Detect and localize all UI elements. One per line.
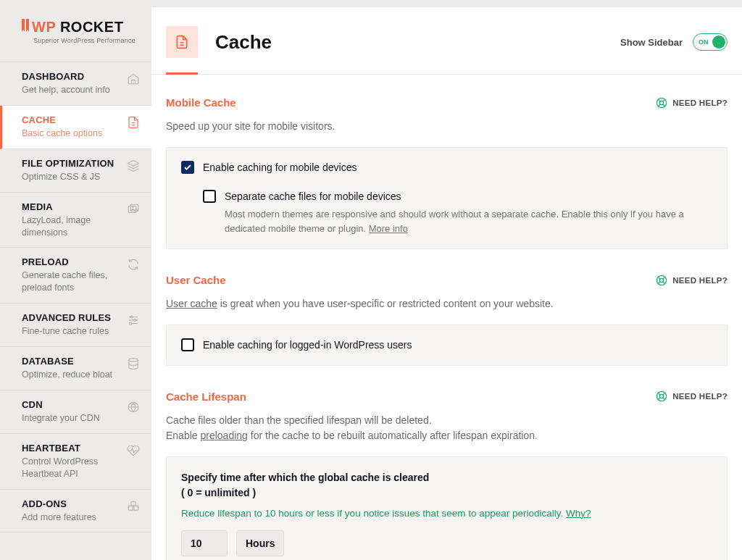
brand-prefix: WP — [32, 19, 56, 35]
nav-subtitle: Get help, account info — [22, 84, 121, 96]
svg-line-29 — [663, 277, 665, 279]
show-sidebar-label: Show Sidebar — [620, 37, 683, 48]
need-help-label: NEED HELP? — [672, 99, 728, 107]
svg-line-22 — [663, 104, 665, 106]
need-help-label: NEED HELP? — [672, 392, 728, 401]
svg-point-10 — [134, 319, 136, 322]
main: Cache Show Sidebar ON Mobile Cache NEED … — [151, 7, 742, 560]
svg-point-9 — [130, 316, 133, 318]
section-title-lifespan: Cache Lifespan — [166, 390, 246, 403]
svg-line-23 — [663, 99, 665, 101]
nav-subtitle: Optimize CSS & JS — [22, 171, 121, 183]
brand-tagline: Superior WordPress Performance — [33, 37, 137, 44]
why-link[interactable]: Why? — [566, 508, 591, 519]
sidebar-nav: DASHBOARDGet help, account infoCACHEBasi… — [0, 62, 151, 532]
nav-subtitle: Optimize, reduce bloat — [22, 369, 121, 381]
nav-title: DASHBOARD — [22, 71, 121, 82]
nav-title: CDN — [22, 399, 121, 410]
brand-name: ROCKET — [60, 19, 123, 35]
page-header: Cache Show Sidebar ON — [151, 7, 742, 75]
svg-line-35 — [663, 393, 665, 395]
nav-subtitle: Add more features — [22, 511, 121, 524]
checkbox-logged-in-cache[interactable] — [181, 338, 194, 351]
nav-title: FILE OPTIMIZATION — [22, 158, 121, 169]
images-icon — [127, 203, 140, 216]
refresh-icon — [127, 258, 140, 271]
brand-logo: WP ROCKET Superior WordPress Performance — [0, 13, 151, 62]
svg-point-5 — [132, 206, 133, 207]
sidebar-item-database[interactable]: DATABASEOptimize, reduce bloat — [0, 347, 151, 390]
lifebuoy-icon — [656, 275, 667, 286]
lifespan-spec: Specify time after which the global cach… — [181, 470, 712, 501]
svg-line-36 — [658, 398, 660, 400]
lifespan-value-input[interactable] — [181, 530, 228, 556]
section-desc-mobile: Speed up your site for mobile visitors. — [166, 119, 728, 134]
svg-line-21 — [658, 99, 660, 101]
lifespan-hint: Reduce lifespan to 10 hours or less if y… — [181, 508, 712, 519]
need-help-user[interactable]: NEED HELP? — [656, 275, 728, 286]
svg-line-30 — [658, 282, 660, 284]
sidebar-item-add-ons[interactable]: ADD-ONSAdd more features — [0, 490, 151, 533]
svg-rect-16 — [131, 501, 136, 506]
toggle-knob — [712, 35, 725, 49]
label-separate-mobile-cache: Separate cache files for mobile devices — [225, 190, 712, 203]
nav-title: ADD-ONS — [22, 498, 121, 509]
need-help-mobile[interactable]: NEED HELP? — [656, 97, 728, 109]
addons-icon — [127, 500, 140, 513]
sidebar-item-file-optimization[interactable]: FILE OPTIMIZATIONOptimize CSS & JS — [0, 149, 151, 193]
show-sidebar-toggle[interactable]: ON — [693, 33, 728, 51]
section-title-mobile: Mobile Cache — [166, 96, 236, 109]
nav-title: HEARTBEAT — [22, 443, 121, 454]
nav-subtitle: Control WordPress Heartbeat API — [22, 456, 121, 480]
heartbeat-icon — [127, 444, 140, 457]
lifespan-panel: Specify time after which the global cach… — [166, 456, 728, 560]
nav-title: PRELOAD — [22, 256, 121, 267]
home-icon — [127, 72, 140, 85]
layers-icon — [127, 159, 140, 172]
nav-subtitle: Integrate your CDN — [22, 412, 121, 425]
label-enable-mobile-cache: Enable caching for mobile devices — [203, 161, 712, 174]
sidebar-item-media[interactable]: MEDIALazyLoad, image dimensions — [0, 193, 151, 248]
ribbon-icon — [22, 19, 29, 35]
nav-title: CACHE — [22, 114, 121, 125]
nav-subtitle: Basic cache options — [22, 128, 121, 140]
sidebar-item-dashboard[interactable]: DASHBOARDGet help, account info — [0, 62, 151, 106]
sidebar-item-cache[interactable]: CACHEBasic cache options — [0, 106, 151, 149]
svg-point-12 — [129, 359, 138, 362]
toggle-state: ON — [699, 38, 709, 46]
checkbox-separate-mobile-cache[interactable] — [203, 190, 216, 203]
sliders-icon — [127, 314, 140, 327]
need-help-lifespan[interactable]: NEED HELP? — [656, 390, 728, 402]
db-icon — [127, 357, 140, 370]
svg-point-11 — [130, 322, 132, 325]
checkbox-enable-mobile-cache[interactable] — [181, 161, 194, 174]
nav-title: ADVANCED RULES — [22, 312, 121, 323]
svg-rect-14 — [128, 506, 133, 510]
svg-rect-15 — [134, 506, 138, 510]
globe-icon — [127, 401, 140, 414]
sidebar-item-preload[interactable]: PRELOADGenerate cache files, preload fon… — [0, 248, 151, 304]
sidebar-item-cdn[interactable]: CDNIntegrate your CDN — [0, 390, 151, 434]
sidebar: WP ROCKET Superior WordPress Performance… — [0, 0, 151, 560]
lifespan-unit-select[interactable]: Hours — [236, 530, 284, 556]
lifebuoy-icon — [656, 390, 667, 402]
preloading-link[interactable]: preloading — [200, 430, 247, 441]
section-desc-user: User cache is great when you have user-s… — [166, 296, 728, 312]
sidebar-item-heartbeat[interactable]: HEARTBEATControl WordPress Heartbeat API — [0, 434, 151, 490]
nav-subtitle: Fine-tune cache rules — [22, 325, 121, 338]
section-title-user: User Cache — [166, 274, 226, 286]
svg-line-27 — [658, 277, 660, 279]
page-title: Cache — [215, 31, 272, 54]
more-info-link[interactable]: More info — [369, 223, 408, 234]
section-desc-lifespan: Cache files older than the specified lif… — [166, 413, 728, 443]
page-icon — [166, 26, 198, 58]
file-icon — [127, 116, 140, 129]
sidebar-item-advanced-rules[interactable]: ADVANCED RULESFine-tune cache rules — [0, 304, 151, 347]
user-cache-link[interactable]: User cache — [166, 298, 217, 309]
user-panel: Enable caching for logged-in WordPress u… — [166, 325, 728, 365]
nav-subtitle: LazyLoad, image dimensions — [22, 214, 121, 239]
label-logged-in-cache: Enable caching for logged-in WordPress u… — [203, 338, 712, 351]
svg-line-33 — [658, 393, 660, 395]
need-help-label: NEED HELP? — [672, 276, 728, 285]
mobile-panel: Enable caching for mobile devices Separa… — [166, 147, 728, 249]
